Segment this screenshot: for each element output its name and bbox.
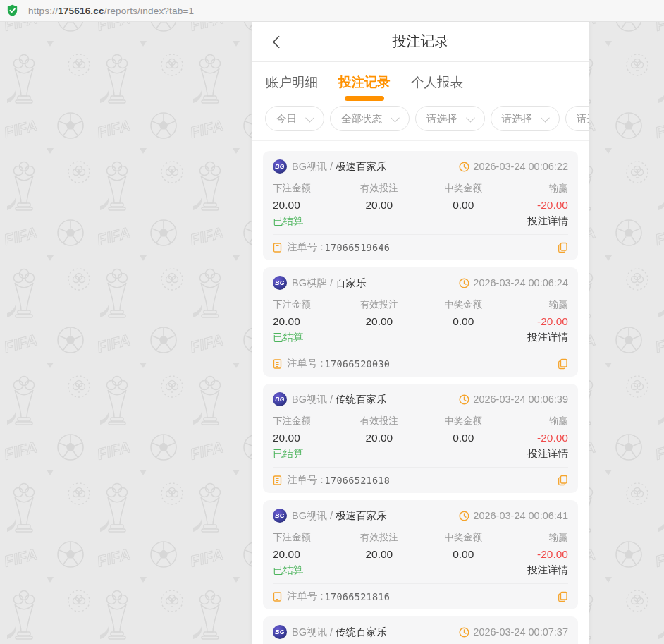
win-lose-amount: -20.00 <box>537 199 568 212</box>
bg-provider-icon: BG <box>273 276 287 290</box>
filter-select-2[interactable]: 请选择 <box>491 106 560 131</box>
betting-records-panel: 投注记录 账户明细 投注记录 个人报表 今日 全部状态 请选择 请选择 请选择 <box>252 21 589 644</box>
security-shield-icon[interactable] <box>6 4 18 17</box>
game-name: 百家乐 <box>336 277 367 290</box>
bg-provider-icon: BG <box>273 159 287 174</box>
game-name: 极速百家乐 <box>336 160 387 174</box>
bg-provider-icon: BG <box>273 392 287 406</box>
win-amount: 0.00 <box>453 199 474 212</box>
provider-name: BG视讯 <box>292 393 327 406</box>
bet-detail-link[interactable]: 投注详情 <box>527 214 568 228</box>
filter-select-1[interactable]: 请选择 <box>415 106 485 131</box>
game-name: 传统百家乐 <box>336 626 387 639</box>
bg-provider-icon: BG <box>273 625 287 639</box>
filter-bar: 今日 全部状态 请选择 请选择 请选择 <box>252 103 589 141</box>
provider-name: BG视讯 <box>292 160 327 174</box>
copy-order-button[interactable] <box>558 591 568 602</box>
win-lose-amount: -20.00 <box>537 548 568 561</box>
clock-icon <box>459 278 469 288</box>
chevron-down-icon <box>541 113 550 122</box>
chevron-left-icon <box>272 35 285 48</box>
provider-name: BG视讯 <box>292 626 327 639</box>
bet-record-card: BG BG视讯 / 传统百家乐 2026-03-24 00:07:37 下注金额… <box>263 616 578 644</box>
bet-time: 2026-03-24 00:07:37 <box>473 626 568 638</box>
filter-select-3[interactable]: 请选择 <box>565 106 589 131</box>
tab-betting-records[interactable]: 投注记录 <box>338 73 391 101</box>
bet-record-card: BG BG视讯 / 传统百家乐 2026-03-24 00:06:39 下注金额… <box>263 384 578 493</box>
filter-date-select[interactable]: 今日 <box>265 106 324 131</box>
bet-time: 2026-03-24 00:06:24 <box>473 277 568 288</box>
bet-record-card: BG BG视讯 / 极速百家乐 2026-03-24 00:06:41 下注金额… <box>263 500 578 609</box>
clock-icon <box>459 394 469 405</box>
back-button[interactable] <box>271 34 286 49</box>
order-number: 17066521816 <box>325 591 391 602</box>
clock-icon <box>459 162 469 172</box>
win-lose-amount: -20.00 <box>537 432 568 444</box>
valid-bet: 20.00 <box>365 199 393 212</box>
browser-address-bar[interactable]: https://175616.cc/reports/index?tab=1 <box>0 0 664 22</box>
tab-account-detail[interactable]: 账户明细 <box>266 73 318 91</box>
bet-amount: 20.00 <box>273 432 300 444</box>
order-note-icon <box>273 591 282 602</box>
copy-icon <box>558 358 568 370</box>
order-note-icon <box>273 475 282 485</box>
bet-time: 2026-03-24 00:06:41 <box>473 510 568 521</box>
clock-icon <box>459 511 469 521</box>
status-settled: 已结算 <box>273 331 304 344</box>
status-settled: 已结算 <box>273 447 304 461</box>
game-name: 极速百家乐 <box>336 509 387 523</box>
tab-personal-report[interactable]: 个人报表 <box>411 73 463 91</box>
url-text: https://175616.cc/reports/index?tab=1 <box>28 6 194 16</box>
valid-bet: 20.00 <box>365 548 393 561</box>
page-title: 投注记录 <box>252 32 589 51</box>
copy-icon <box>558 475 568 486</box>
bet-amount: 20.00 <box>273 315 300 328</box>
bet-detail-link[interactable]: 投注详情 <box>527 331 568 344</box>
bet-amount: 20.00 <box>273 199 300 212</box>
provider-name: BG视讯 <box>292 509 327 523</box>
copy-order-button[interactable] <box>558 358 568 370</box>
chevron-down-icon <box>466 113 475 122</box>
bet-record-card: BG BG视讯 / 极速百家乐 2026-03-24 00:06:22 下注金额… <box>263 151 578 260</box>
bet-record-card: BG BG棋牌 / 百家乐 2026-03-24 00:06:24 下注金额20… <box>263 267 578 377</box>
page-header: 投注记录 <box>252 21 589 62</box>
status-settled: 已结算 <box>273 214 304 228</box>
order-note-icon <box>273 358 282 369</box>
copy-order-button[interactable] <box>558 475 568 486</box>
copy-icon <box>558 591 568 602</box>
bet-time: 2026-03-24 00:06:22 <box>473 161 568 172</box>
filter-status-select[interactable]: 全部状态 <box>330 106 410 131</box>
chevron-down-icon <box>391 113 400 122</box>
order-note-icon <box>273 242 282 253</box>
valid-bet: 20.00 <box>365 432 393 444</box>
active-tab-underline <box>345 96 384 101</box>
win-amount: 0.00 <box>453 548 474 561</box>
clock-icon <box>459 627 469 638</box>
copy-order-button[interactable] <box>558 242 568 253</box>
copy-icon <box>558 242 568 253</box>
order-number: 17066519646 <box>325 242 391 253</box>
bet-detail-link[interactable]: 投注详情 <box>527 564 568 577</box>
win-lose-amount: -20.00 <box>537 315 568 328</box>
status-settled: 已结算 <box>273 564 304 577</box>
bg-provider-icon: BG <box>273 509 287 523</box>
tab-bar: 账户明细 投注记录 个人报表 <box>252 62 589 103</box>
order-number: 17066521618 <box>325 475 391 486</box>
win-amount: 0.00 <box>453 432 474 444</box>
bet-time: 2026-03-24 00:06:39 <box>473 394 568 405</box>
order-number: 17066520030 <box>325 358 391 370</box>
win-amount: 0.00 <box>453 315 474 328</box>
chevron-down-icon <box>305 113 314 122</box>
record-list: BG BG视讯 / 极速百家乐 2026-03-24 00:06:22 下注金额… <box>252 141 589 644</box>
bet-detail-link[interactable]: 投注详情 <box>527 447 568 461</box>
game-name: 传统百家乐 <box>336 393 387 406</box>
bet-amount: 20.00 <box>273 548 300 561</box>
valid-bet: 20.00 <box>365 315 393 328</box>
provider-name: BG棋牌 <box>292 277 327 290</box>
